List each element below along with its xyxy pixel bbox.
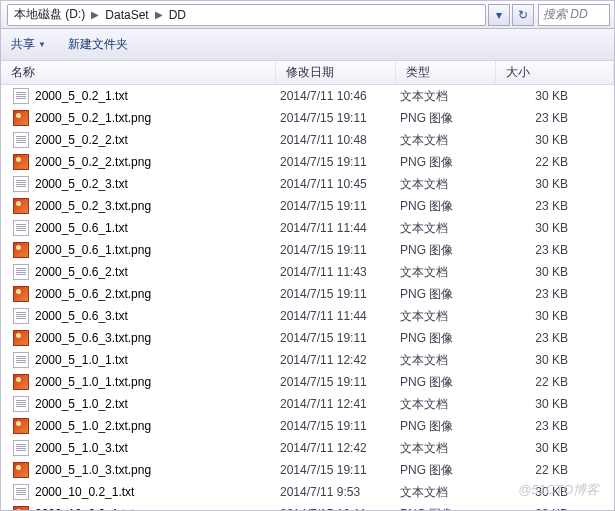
file-row[interactable]: 2000_5_1.0_1.txt2014/7/11 12:42文本文档30 KB bbox=[1, 349, 614, 371]
search-input[interactable]: 搜索 DD bbox=[538, 4, 610, 26]
file-row[interactable]: 2000_5_0.6_3.txt.png2014/7/15 19:11PNG 图… bbox=[1, 327, 614, 349]
breadcrumb-seg-dd[interactable]: DD bbox=[167, 8, 188, 22]
file-row[interactable]: 2000_10_0.2_1.txt2014/7/11 9:53文本文档30 KB bbox=[1, 481, 614, 503]
header-date[interactable]: 修改日期 bbox=[276, 61, 396, 84]
dropdown-history-button[interactable]: ▾ bbox=[488, 4, 510, 26]
file-type: 文本文档 bbox=[396, 220, 496, 237]
file-row[interactable]: 2000_5_0.2_3.txt.png2014/7/15 19:11PNG 图… bbox=[1, 195, 614, 217]
file-row[interactable]: 2000_5_0.6_1.txt.png2014/7/15 19:11PNG 图… bbox=[1, 239, 614, 261]
file-size: 23 KB bbox=[496, 243, 614, 257]
file-name: 2000_5_1.0_2.txt bbox=[35, 397, 128, 411]
file-date: 2014/7/15 19:11 bbox=[276, 199, 396, 213]
breadcrumb[interactable]: 本地磁盘 (D:) ▶ DataSet ▶ DD bbox=[7, 4, 486, 26]
file-size: 23 KB bbox=[496, 507, 614, 511]
file-type: 文本文档 bbox=[396, 484, 496, 501]
refresh-button[interactable]: ↻ bbox=[512, 4, 534, 26]
file-size: 23 KB bbox=[496, 331, 614, 345]
file-row[interactable]: 2000_5_1.0_2.txt.png2014/7/15 19:11PNG 图… bbox=[1, 415, 614, 437]
file-size: 30 KB bbox=[496, 309, 614, 323]
file-type: 文本文档 bbox=[396, 440, 496, 457]
file-size: 23 KB bbox=[496, 419, 614, 433]
file-name: 2000_10_0.2_1.txt.png bbox=[35, 507, 158, 511]
file-list: 2000_5_0.2_1.txt2014/7/11 10:46文本文档30 KB… bbox=[1, 85, 614, 511]
file-row[interactable]: 2000_5_1.0_2.txt2014/7/11 12:41文本文档30 KB bbox=[1, 393, 614, 415]
file-row[interactable]: 2000_5_0.2_2.txt.png2014/7/15 19:11PNG 图… bbox=[1, 151, 614, 173]
file-row[interactable]: 2000_5_0.2_3.txt2014/7/11 10:45文本文档30 KB bbox=[1, 173, 614, 195]
file-size: 30 KB bbox=[496, 485, 614, 499]
file-row[interactable]: 2000_5_0.6_1.txt2014/7/11 11:44文本文档30 KB bbox=[1, 217, 614, 239]
file-date: 2014/7/11 9:53 bbox=[276, 485, 396, 499]
file-date: 2014/7/11 11:44 bbox=[276, 221, 396, 235]
file-date: 2014/7/15 19:11 bbox=[276, 111, 396, 125]
file-type: 文本文档 bbox=[396, 396, 496, 413]
file-name: 2000_5_0.2_3.txt bbox=[35, 177, 128, 191]
file-size: 30 KB bbox=[496, 177, 614, 191]
file-size: 23 KB bbox=[496, 199, 614, 213]
file-row[interactable]: 2000_5_1.0_1.txt.png2014/7/15 19:11PNG 图… bbox=[1, 371, 614, 393]
file-size: 30 KB bbox=[496, 353, 614, 367]
file-date: 2014/7/11 11:44 bbox=[276, 309, 396, 323]
text-file-icon bbox=[13, 484, 29, 500]
file-date: 2014/7/11 11:43 bbox=[276, 265, 396, 279]
address-bar: 本地磁盘 (D:) ▶ DataSet ▶ DD ▾ ↻ 搜索 DD bbox=[1, 1, 614, 29]
text-file-icon bbox=[13, 308, 29, 324]
file-size: 22 KB bbox=[496, 463, 614, 477]
header-type[interactable]: 类型 bbox=[396, 61, 496, 84]
file-row[interactable]: 2000_5_0.6_3.txt2014/7/11 11:44文本文档30 KB bbox=[1, 305, 614, 327]
text-file-icon bbox=[13, 440, 29, 456]
file-date: 2014/7/15 19:11 bbox=[276, 463, 396, 477]
file-name: 2000_10_0.2_1.txt bbox=[35, 485, 134, 499]
file-type: 文本文档 bbox=[396, 308, 496, 325]
file-name: 2000_5_1.0_3.txt.png bbox=[35, 463, 151, 477]
image-file-icon bbox=[13, 418, 29, 434]
file-row[interactable]: 2000_5_0.6_2.txt.png2014/7/15 19:11PNG 图… bbox=[1, 283, 614, 305]
file-type: PNG 图像 bbox=[396, 462, 496, 479]
file-type: PNG 图像 bbox=[396, 374, 496, 391]
header-size[interactable]: 大小 bbox=[496, 61, 614, 84]
image-file-icon bbox=[13, 198, 29, 214]
file-size: 30 KB bbox=[496, 133, 614, 147]
file-row[interactable]: 2000_5_1.0_3.txt.png2014/7/15 19:11PNG 图… bbox=[1, 459, 614, 481]
file-type: 文本文档 bbox=[396, 352, 496, 369]
file-name: 2000_5_0.2_2.txt bbox=[35, 133, 128, 147]
image-file-icon bbox=[13, 286, 29, 302]
file-type: 文本文档 bbox=[396, 264, 496, 281]
file-size: 23 KB bbox=[496, 111, 614, 125]
image-file-icon bbox=[13, 154, 29, 170]
file-date: 2014/7/11 12:41 bbox=[276, 397, 396, 411]
file-date: 2014/7/15 19:11 bbox=[276, 155, 396, 169]
file-size: 23 KB bbox=[496, 287, 614, 301]
text-file-icon bbox=[13, 396, 29, 412]
image-file-icon bbox=[13, 242, 29, 258]
image-file-icon bbox=[13, 374, 29, 390]
file-date: 2014/7/11 10:45 bbox=[276, 177, 396, 191]
file-name: 2000_5_1.0_1.txt bbox=[35, 353, 128, 367]
file-size: 30 KB bbox=[496, 221, 614, 235]
file-type: 文本文档 bbox=[396, 176, 496, 193]
file-type: PNG 图像 bbox=[396, 198, 496, 215]
header-name[interactable]: 名称 bbox=[1, 61, 276, 84]
file-row[interactable]: 2000_10_0.2_1.txt.png2014/7/15 19:11PNG … bbox=[1, 503, 614, 511]
file-date: 2014/7/15 19:11 bbox=[276, 419, 396, 433]
file-name: 2000_5_0.6_2.txt.png bbox=[35, 287, 151, 301]
chevron-right-icon: ▶ bbox=[87, 9, 103, 20]
chevron-down-icon: ▼ bbox=[38, 40, 46, 49]
file-date: 2014/7/11 12:42 bbox=[276, 353, 396, 367]
breadcrumb-seg-disk[interactable]: 本地磁盘 (D:) bbox=[12, 6, 87, 23]
file-name: 2000_5_1.0_3.txt bbox=[35, 441, 128, 455]
chevron-right-icon: ▶ bbox=[151, 9, 167, 20]
file-row[interactable]: 2000_5_0.2_2.txt2014/7/11 10:48文本文档30 KB bbox=[1, 129, 614, 151]
file-size: 30 KB bbox=[496, 441, 614, 455]
file-row[interactable]: 2000_5_1.0_3.txt2014/7/11 12:42文本文档30 KB bbox=[1, 437, 614, 459]
new-folder-button[interactable]: 新建文件夹 bbox=[68, 36, 128, 53]
file-row[interactable]: 2000_5_0.6_2.txt2014/7/11 11:43文本文档30 KB bbox=[1, 261, 614, 283]
share-button[interactable]: 共享 ▼ bbox=[11, 36, 46, 53]
file-date: 2014/7/15 19:11 bbox=[276, 375, 396, 389]
breadcrumb-seg-dataset[interactable]: DataSet bbox=[103, 8, 150, 22]
file-name: 2000_5_0.6_1.txt.png bbox=[35, 243, 151, 257]
file-date: 2014/7/11 10:46 bbox=[276, 89, 396, 103]
share-label: 共享 bbox=[11, 36, 35, 53]
file-row[interactable]: 2000_5_0.2_1.txt2014/7/11 10:46文本文档30 KB bbox=[1, 85, 614, 107]
file-date: 2014/7/15 19:11 bbox=[276, 287, 396, 301]
file-row[interactable]: 2000_5_0.2_1.txt.png2014/7/15 19:11PNG 图… bbox=[1, 107, 614, 129]
